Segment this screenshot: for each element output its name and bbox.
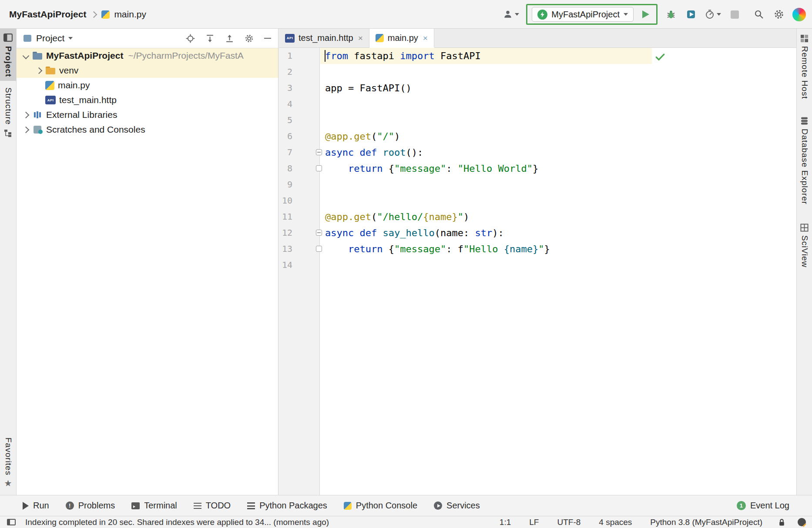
play-icon (640, 9, 651, 20)
tree-item-scratches-and-consoles[interactable]: Scratches and Consoles (17, 122, 278, 137)
indent-style[interactable]: 4 spaces (599, 518, 632, 527)
debug-button[interactable] (664, 8, 678, 21)
python-interpreter[interactable]: Python 3.8 (MyFastApiProject) (650, 518, 762, 527)
python-console-icon (344, 502, 352, 510)
chevron-right-icon[interactable] (19, 127, 32, 132)
python-packages-icon (247, 502, 255, 509)
project-panel-title[interactable]: Project (36, 33, 64, 43)
chevron-right-icon[interactable] (32, 68, 45, 73)
code-with-me-button[interactable] (503, 8, 519, 21)
profiler-button[interactable] (705, 8, 721, 21)
tool-terminal[interactable]: Terminal (131, 501, 177, 511)
tool-problems[interactable]: Problems (66, 501, 115, 511)
tool-event-log[interactable]: 1 Event Log (737, 501, 812, 511)
code-token: : (446, 163, 458, 174)
settings-button[interactable] (772, 8, 785, 21)
tool-window-button-project[interactable]: Project (0, 29, 16, 81)
code-token: from (325, 50, 348, 61)
code-token: {name} (423, 211, 457, 222)
code-line-3[interactable]: app = FastAPI() (320, 80, 796, 96)
tool-todo[interactable]: TODO (194, 501, 231, 511)
status-message[interactable]: Indexing completed in 20 sec. Shared ind… (25, 518, 329, 527)
chevron-down-icon (717, 13, 721, 16)
bug-icon (666, 9, 676, 20)
preview-globe-icon[interactable] (798, 518, 806, 526)
chevron-right-icon[interactable] (19, 113, 32, 117)
project-tool-window: Project (17, 29, 278, 495)
code-line-11[interactable]: @app.get("/hello/{name}") (320, 209, 796, 225)
tool-window-button-remote-host[interactable]: Remote Host (797, 30, 812, 103)
code-token: return (348, 244, 383, 254)
tool-python-console[interactable]: Python Console (344, 501, 417, 511)
tree-item-external-libraries[interactable]: External Libraries (17, 107, 278, 122)
code-token: "/hello/ (377, 211, 423, 222)
code-token (377, 147, 383, 158)
tree-item-myfastapiproject[interactable]: MyFastApiProject~/PycharmProjects/MyFast… (17, 48, 278, 63)
line-number: 1 (279, 48, 319, 64)
code-line-2[interactable] (320, 64, 796, 80)
tool-window-button-favorites[interactable]: Favorites ★ (0, 434, 16, 491)
locate-file-icon[interactable] (186, 34, 195, 43)
line-number: 4 (279, 96, 319, 112)
lock-icon[interactable] (778, 518, 785, 526)
hide-panel-icon[interactable] (264, 38, 271, 39)
http-file-icon: API (285, 34, 295, 43)
run-button[interactable] (639, 8, 652, 21)
breadcrumb-file[interactable]: main.py (114, 9, 146, 20)
file-encoding[interactable]: UTF-8 (557, 518, 580, 527)
chevron-down-icon[interactable] (19, 53, 32, 58)
stop-button[interactable] (728, 8, 741, 21)
tool-window-layout-icon[interactable] (7, 519, 16, 525)
tool-window-button-structure[interactable]: Structure (0, 84, 16, 141)
code-line-12[interactable]: async def say_hello(name: str): (320, 225, 796, 241)
tool-services[interactable]: Services (434, 501, 480, 511)
code-line-5[interactable] (320, 112, 796, 128)
tree-item-main-py[interactable]: main.py (17, 78, 278, 93)
services-icon (434, 501, 442, 510)
tool-run[interactable]: Run (23, 501, 49, 511)
collapse-all-icon[interactable] (225, 34, 234, 43)
project-tree: MyFastApiProject~/PycharmProjects/MyFast… (17, 48, 278, 137)
code-area[interactable]: 1234567891011121314 from fastapi import … (279, 48, 796, 495)
code-line-10[interactable] (320, 193, 796, 209)
fold-marker-icon[interactable] (316, 149, 322, 155)
panel-settings-gear-icon[interactable] (245, 34, 254, 43)
inspections-ok-icon[interactable] (654, 51, 666, 63)
line-number: 14 (279, 257, 319, 273)
chevron-down-icon[interactable] (68, 37, 73, 40)
code-line-8[interactable]: return {"message": "Hello World"} (320, 160, 796, 177)
code-line-7[interactable]: async def root(): (320, 144, 796, 160)
fold-marker-icon[interactable] (316, 165, 322, 171)
tool-window-button-database-explorer[interactable]: Database Explorer (797, 113, 812, 208)
code-line-13[interactable]: return {"message": f"Hello {name}"} (320, 241, 796, 257)
tool-python-packages[interactable]: Python Packages (247, 501, 327, 511)
line-ending[interactable]: LF (529, 518, 539, 527)
tree-item-label: External Libraries (46, 110, 117, 120)
run-with-coverage-button[interactable] (684, 8, 698, 21)
code-line-6[interactable]: @app.get("/") (320, 128, 796, 144)
breadcrumb-project[interactable]: MyFastApiProject (9, 9, 86, 20)
scratches-icon (32, 125, 43, 134)
tab-test-main-http[interactable]: API test_main.http × (279, 29, 369, 47)
run-configuration-selector[interactable]: MyFastApiProject (532, 7, 634, 22)
tool-window-button-sciview[interactable]: SciView (797, 220, 812, 271)
editor: API test_main.http × main.py × 123456789… (279, 29, 796, 495)
tree-item-venv[interactable]: venv (17, 63, 278, 78)
fold-marker-icon[interactable] (316, 246, 322, 252)
fold-marker-icon[interactable] (316, 230, 322, 236)
search-everywhere-button[interactable] (752, 8, 765, 21)
line-number: 13 (279, 241, 319, 257)
code-line-4[interactable] (320, 96, 796, 112)
code-line-9[interactable] (320, 177, 796, 193)
expand-all-icon[interactable] (205, 34, 215, 43)
caret-position[interactable]: 1:1 (500, 518, 511, 527)
title-bar: MyFastApiProject main.py MyFastApiProjec… (0, 0, 812, 29)
close-icon[interactable]: × (423, 34, 428, 42)
close-icon[interactable]: × (358, 34, 363, 42)
fastapi-run-config-icon (537, 10, 547, 20)
code-line-14[interactable] (320, 257, 796, 273)
tab-main-py[interactable]: main.py × (369, 29, 434, 47)
tree-item-test-main-http[interactable]: APItest_main.http (17, 93, 278, 107)
problems-icon (66, 501, 74, 510)
code-line-1[interactable]: from fastapi import FastAPI (320, 48, 652, 64)
